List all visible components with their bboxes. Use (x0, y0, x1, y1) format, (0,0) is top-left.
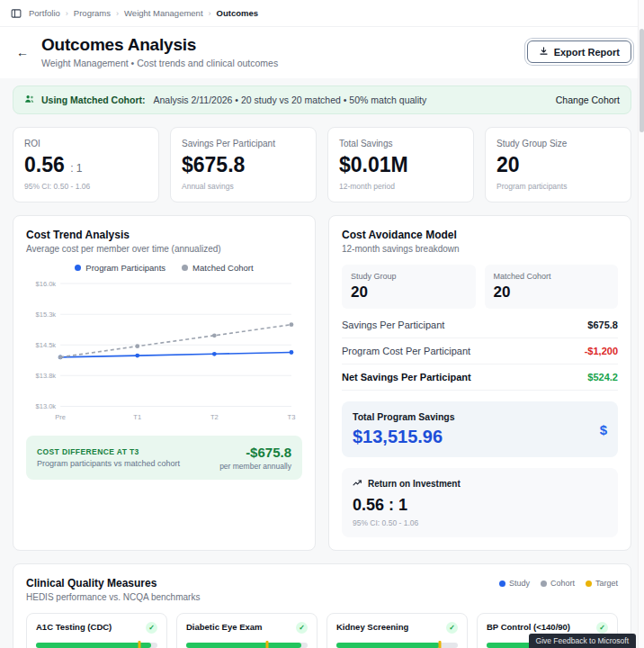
legend-item-cohort: Matched Cohort (182, 263, 254, 273)
callout-value-block: -$675.8 per member annually (219, 445, 291, 471)
legend-item-program: Program Participants (75, 263, 165, 273)
kpi-caption: 95% CI: 0.50 - 1.06 (24, 182, 148, 191)
measure-progress-bar (36, 643, 157, 648)
svg-text:$16.0k: $16.0k (36, 280, 57, 288)
breadcrumb-separator: › (209, 9, 211, 18)
row-savings-per-participant: Savings Per Participant $675.8 (342, 312, 618, 338)
page-content: Using Matched Cohort: Analysis 2/11/2026… (0, 78, 644, 648)
legend-item-study: Study (499, 579, 530, 588)
legend-dot-blue (75, 265, 81, 271)
kpi-caption: 12-month period (339, 182, 462, 191)
breadcrumb-item-outcomes[interactable]: Outcomes (217, 8, 258, 18)
header-text: Outcomes Analysis Weight Management • Co… (41, 35, 278, 68)
callout-subtitle: Program participants vs matched cohort (37, 459, 180, 468)
kpi-row: ROI 0.56 : 1 95% CI: 0.50 - 1.06 Savings… (13, 127, 631, 202)
bar-fill (186, 643, 301, 648)
feedback-badge[interactable]: Give Feedback to Microsoft (529, 634, 636, 648)
kpi-card-roi: ROI 0.56 : 1 95% CI: 0.50 - 1.06 (13, 127, 159, 202)
kpi-label: ROI (24, 139, 148, 148)
clinical-title: Clinical Quality Measures (26, 577, 200, 590)
sidebar-toggle-icon[interactable] (11, 8, 22, 19)
check-icon: ✓ (446, 622, 458, 634)
roi-value: 0.56 : 1 (353, 496, 607, 515)
measure-name: Kidney Screening (336, 622, 408, 633)
legend-dot-gray (182, 265, 188, 271)
breadcrumb-item-portfolio[interactable]: Portfolio (29, 8, 60, 18)
cost-avoidance-title: Cost Avoidance Model (342, 229, 618, 241)
callout-value: -$675.8 (219, 445, 291, 460)
measure-name: Diabetic Eye Exam (186, 622, 263, 633)
cohort-banner-text: Analysis 2/11/2026 • 20 study vs 20 matc… (154, 94, 427, 105)
svg-text:$15.3k: $15.3k (36, 310, 57, 319)
kpi-value: $675.8 (182, 155, 305, 176)
line-chart: $16.0k$15.3k$14.5k$13.8k$13.0kPreT1T2T3 (26, 274, 302, 427)
measure-card-kidney-screening: Kidney Screening✓ 85% 80% cohort 85% +5p… (326, 613, 468, 648)
cost-trend-subtitle: Average cost per member over time (annua… (26, 244, 302, 254)
kpi-value: 20 (496, 155, 620, 176)
page-title: Outcomes Analysis (41, 35, 278, 55)
cost-trend-card: Cost Trend Analysis Average cost per mem… (13, 215, 316, 551)
clinical-title-block: Clinical Quality Measures HEDIS performa… (26, 577, 200, 602)
export-report-button[interactable]: Export Report (527, 40, 631, 63)
clinical-legend: Study Cohort Target (499, 577, 618, 588)
legend-item-target: Target (586, 579, 618, 588)
scrollbar-thumb[interactable] (640, 29, 644, 132)
callout-text: COST DIFFERENCE AT T3 Program participan… (37, 447, 180, 468)
roi-caption: 95% CI: 0.50 - 1.06 (353, 518, 607, 527)
row-program-cost: Program Cost Per Participant -$1,200 (342, 338, 618, 364)
callout-caption: per member annually (219, 462, 291, 471)
svg-text:T2: T2 (210, 413, 219, 421)
measure-progress-bar (186, 643, 308, 648)
cost-trend-title: Cost Trend Analysis (26, 229, 302, 241)
kpi-value: 0.56 : 1 (24, 155, 148, 176)
return-on-investment-box: Return on Investment 0.56 : 1 95% CI: 0.… (342, 468, 618, 537)
page-header: ← Outcomes Analysis Weight Management • … (0, 27, 644, 78)
breadcrumb-item-programs[interactable]: Programs (74, 8, 111, 18)
users-icon (24, 94, 35, 106)
trending-up-icon (353, 478, 362, 490)
kpi-caption: Annual savings (182, 182, 305, 191)
matched-cohort-banner: Using Matched Cohort: Analysis 2/11/2026… (13, 86, 631, 114)
cost-avoidance-card: Cost Avoidance Model 12-month savings br… (328, 215, 631, 551)
target-marker-icon (438, 641, 441, 648)
outcomes-analysis-page: Portfolio › Programs › Weight Management… (0, 0, 644, 648)
cohort-banner-label: Using Matched Cohort: (41, 94, 146, 105)
breadcrumb-separator: › (116, 9, 119, 18)
chart-legend: Program Participants Matched Cohort (26, 263, 302, 273)
clinical-subtitle: HEDIS performance vs. NCQA benchmarks (26, 592, 200, 602)
roi-label: Return on Investment (368, 479, 461, 489)
dollar-icon: $ (600, 422, 607, 437)
bar-fill (36, 643, 151, 648)
measure-name: BP Control (<140/90) (487, 622, 570, 633)
check-icon: ✓ (296, 622, 308, 634)
export-report-label: Export Report (554, 47, 620, 58)
svg-text:$13.0k: $13.0k (36, 402, 57, 410)
clinical-header: Clinical Quality Measures HEDIS performa… (26, 577, 618, 602)
target-marker-icon (138, 641, 140, 648)
group-size-boxes: Study Group 20 Matched Cohort 20 (342, 265, 618, 309)
cost-avoidance-subtitle: 12-month savings breakdown (342, 244, 618, 254)
breadcrumb: Portfolio › Programs › Weight Management… (29, 8, 258, 18)
analysis-row: Cost Trend Analysis Average cost per mem… (13, 215, 631, 551)
measure-card-a1c-testing: A1C Testing (CDC)✓ 95% 90% cohort 85% +5… (26, 613, 167, 648)
measure-card-diabetic-eye-exam: Diabetic Eye Exam✓ 95% 85% cohort 67% +1… (176, 613, 318, 648)
row-net-savings: Net Savings Per Participant $524.2 (342, 364, 618, 391)
svg-text:$14.5k: $14.5k (36, 341, 57, 349)
back-button[interactable]: ← (13, 42, 32, 62)
matched-cohort-box: Matched Cohort 20 (485, 265, 619, 309)
kpi-card-savings-per-participant: Savings Per Participant $675.8 Annual sa… (170, 127, 317, 202)
breadcrumb-item-weight-management[interactable]: Weight Management (124, 8, 203, 18)
kpi-label: Total Savings (339, 139, 462, 148)
check-icon: ✓ (596, 622, 608, 634)
measure-progress-bar (336, 643, 458, 648)
savings-breakdown: Savings Per Participant $675.8 Program C… (342, 312, 618, 391)
roi-header: Return on Investment (353, 478, 607, 490)
change-cohort-link[interactable]: Change Cohort (556, 94, 620, 105)
total-savings-value: $13,515.96 (353, 427, 455, 447)
kpi-value: $0.01M (339, 155, 462, 176)
page-subtitle: Weight Management • Cost trends and clin… (41, 58, 278, 68)
legend-item-cohort: Cohort (541, 579, 575, 588)
svg-text:T3: T3 (288, 413, 296, 421)
kpi-label: Savings Per Participant (182, 139, 305, 148)
vertical-scrollbar[interactable] (638, 0, 644, 648)
